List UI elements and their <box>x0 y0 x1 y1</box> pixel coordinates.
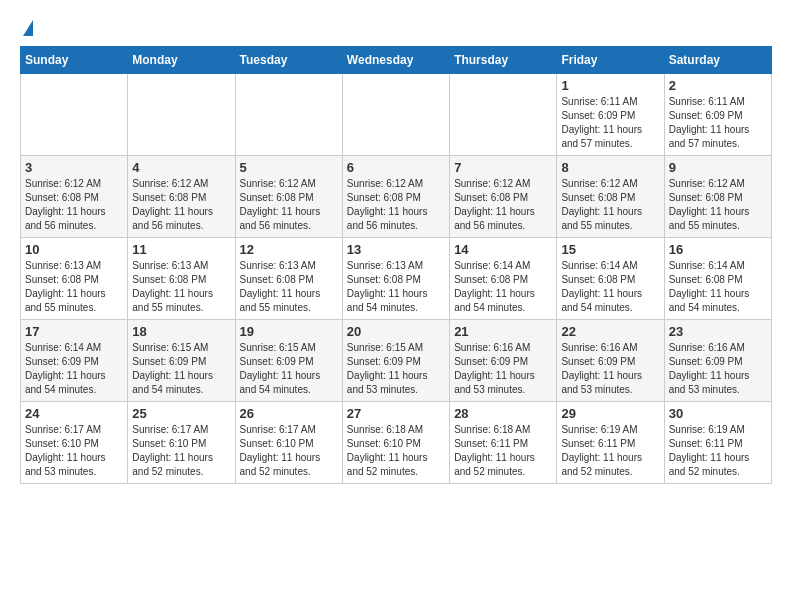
calendar-cell: 15Sunrise: 6:14 AM Sunset: 6:08 PM Dayli… <box>557 238 664 320</box>
day-number: 28 <box>454 406 552 421</box>
calendar-cell: 10Sunrise: 6:13 AM Sunset: 6:08 PM Dayli… <box>21 238 128 320</box>
calendar-cell: 11Sunrise: 6:13 AM Sunset: 6:08 PM Dayli… <box>128 238 235 320</box>
day-info: Sunrise: 6:12 AM Sunset: 6:08 PM Dayligh… <box>454 177 552 233</box>
logo <box>20 20 33 36</box>
day-number: 13 <box>347 242 445 257</box>
day-info: Sunrise: 6:12 AM Sunset: 6:08 PM Dayligh… <box>669 177 767 233</box>
day-number: 18 <box>132 324 230 339</box>
calendar-cell: 30Sunrise: 6:19 AM Sunset: 6:11 PM Dayli… <box>664 402 771 484</box>
day-number: 19 <box>240 324 338 339</box>
day-info: Sunrise: 6:11 AM Sunset: 6:09 PM Dayligh… <box>669 95 767 151</box>
calendar-cell: 9Sunrise: 6:12 AM Sunset: 6:08 PM Daylig… <box>664 156 771 238</box>
day-number: 16 <box>669 242 767 257</box>
calendar-cell: 5Sunrise: 6:12 AM Sunset: 6:08 PM Daylig… <box>235 156 342 238</box>
logo-line1 <box>20 20 33 36</box>
day-info: Sunrise: 6:19 AM Sunset: 6:11 PM Dayligh… <box>669 423 767 479</box>
day-info: Sunrise: 6:14 AM Sunset: 6:09 PM Dayligh… <box>25 341 123 397</box>
calendar-week-row: 3Sunrise: 6:12 AM Sunset: 6:08 PM Daylig… <box>21 156 772 238</box>
weekday-header-thursday: Thursday <box>450 47 557 74</box>
day-number: 6 <box>347 160 445 175</box>
calendar-cell: 2Sunrise: 6:11 AM Sunset: 6:09 PM Daylig… <box>664 74 771 156</box>
weekday-header-monday: Monday <box>128 47 235 74</box>
day-info: Sunrise: 6:11 AM Sunset: 6:09 PM Dayligh… <box>561 95 659 151</box>
calendar-week-row: 24Sunrise: 6:17 AM Sunset: 6:10 PM Dayli… <box>21 402 772 484</box>
calendar-week-row: 10Sunrise: 6:13 AM Sunset: 6:08 PM Dayli… <box>21 238 772 320</box>
weekday-header-saturday: Saturday <box>664 47 771 74</box>
day-number: 27 <box>347 406 445 421</box>
calendar-cell: 28Sunrise: 6:18 AM Sunset: 6:11 PM Dayli… <box>450 402 557 484</box>
day-number: 15 <box>561 242 659 257</box>
calendar-cell: 29Sunrise: 6:19 AM Sunset: 6:11 PM Dayli… <box>557 402 664 484</box>
day-number: 17 <box>25 324 123 339</box>
calendar-cell: 24Sunrise: 6:17 AM Sunset: 6:10 PM Dayli… <box>21 402 128 484</box>
calendar-cell: 4Sunrise: 6:12 AM Sunset: 6:08 PM Daylig… <box>128 156 235 238</box>
day-number: 1 <box>561 78 659 93</box>
day-number: 7 <box>454 160 552 175</box>
calendar-cell: 22Sunrise: 6:16 AM Sunset: 6:09 PM Dayli… <box>557 320 664 402</box>
day-info: Sunrise: 6:16 AM Sunset: 6:09 PM Dayligh… <box>561 341 659 397</box>
day-info: Sunrise: 6:15 AM Sunset: 6:09 PM Dayligh… <box>240 341 338 397</box>
calendar-cell: 8Sunrise: 6:12 AM Sunset: 6:08 PM Daylig… <box>557 156 664 238</box>
calendar-cell <box>342 74 449 156</box>
day-number: 4 <box>132 160 230 175</box>
day-info: Sunrise: 6:16 AM Sunset: 6:09 PM Dayligh… <box>454 341 552 397</box>
calendar-cell: 17Sunrise: 6:14 AM Sunset: 6:09 PM Dayli… <box>21 320 128 402</box>
day-info: Sunrise: 6:12 AM Sunset: 6:08 PM Dayligh… <box>132 177 230 233</box>
day-info: Sunrise: 6:17 AM Sunset: 6:10 PM Dayligh… <box>132 423 230 479</box>
calendar-cell: 20Sunrise: 6:15 AM Sunset: 6:09 PM Dayli… <box>342 320 449 402</box>
day-number: 10 <box>25 242 123 257</box>
calendar-cell: 13Sunrise: 6:13 AM Sunset: 6:08 PM Dayli… <box>342 238 449 320</box>
day-number: 3 <box>25 160 123 175</box>
day-number: 20 <box>347 324 445 339</box>
header <box>20 20 772 36</box>
day-info: Sunrise: 6:13 AM Sunset: 6:08 PM Dayligh… <box>240 259 338 315</box>
day-number: 24 <box>25 406 123 421</box>
day-info: Sunrise: 6:14 AM Sunset: 6:08 PM Dayligh… <box>454 259 552 315</box>
calendar-cell: 25Sunrise: 6:17 AM Sunset: 6:10 PM Dayli… <box>128 402 235 484</box>
day-info: Sunrise: 6:12 AM Sunset: 6:08 PM Dayligh… <box>561 177 659 233</box>
day-info: Sunrise: 6:17 AM Sunset: 6:10 PM Dayligh… <box>240 423 338 479</box>
weekday-header-friday: Friday <box>557 47 664 74</box>
calendar-cell: 21Sunrise: 6:16 AM Sunset: 6:09 PM Dayli… <box>450 320 557 402</box>
day-info: Sunrise: 6:14 AM Sunset: 6:08 PM Dayligh… <box>669 259 767 315</box>
calendar-cell: 1Sunrise: 6:11 AM Sunset: 6:09 PM Daylig… <box>557 74 664 156</box>
weekday-header-wednesday: Wednesday <box>342 47 449 74</box>
calendar-cell <box>235 74 342 156</box>
calendar-cell: 19Sunrise: 6:15 AM Sunset: 6:09 PM Dayli… <box>235 320 342 402</box>
calendar-cell: 18Sunrise: 6:15 AM Sunset: 6:09 PM Dayli… <box>128 320 235 402</box>
day-number: 8 <box>561 160 659 175</box>
day-number: 14 <box>454 242 552 257</box>
calendar-cell: 16Sunrise: 6:14 AM Sunset: 6:08 PM Dayli… <box>664 238 771 320</box>
day-info: Sunrise: 6:13 AM Sunset: 6:08 PM Dayligh… <box>347 259 445 315</box>
weekday-header-row: SundayMondayTuesdayWednesdayThursdayFrid… <box>21 47 772 74</box>
day-info: Sunrise: 6:13 AM Sunset: 6:08 PM Dayligh… <box>132 259 230 315</box>
weekday-header-tuesday: Tuesday <box>235 47 342 74</box>
day-number: 12 <box>240 242 338 257</box>
day-info: Sunrise: 6:19 AM Sunset: 6:11 PM Dayligh… <box>561 423 659 479</box>
day-info: Sunrise: 6:13 AM Sunset: 6:08 PM Dayligh… <box>25 259 123 315</box>
day-number: 2 <box>669 78 767 93</box>
calendar-cell: 26Sunrise: 6:17 AM Sunset: 6:10 PM Dayli… <box>235 402 342 484</box>
day-info: Sunrise: 6:12 AM Sunset: 6:08 PM Dayligh… <box>347 177 445 233</box>
day-number: 30 <box>669 406 767 421</box>
day-number: 29 <box>561 406 659 421</box>
logo-triangle-icon <box>23 20 33 36</box>
calendar-week-row: 17Sunrise: 6:14 AM Sunset: 6:09 PM Dayli… <box>21 320 772 402</box>
calendar-cell <box>450 74 557 156</box>
day-info: Sunrise: 6:17 AM Sunset: 6:10 PM Dayligh… <box>25 423 123 479</box>
weekday-header-sunday: Sunday <box>21 47 128 74</box>
day-info: Sunrise: 6:12 AM Sunset: 6:08 PM Dayligh… <box>25 177 123 233</box>
calendar-table: SundayMondayTuesdayWednesdayThursdayFrid… <box>20 46 772 484</box>
day-info: Sunrise: 6:12 AM Sunset: 6:08 PM Dayligh… <box>240 177 338 233</box>
calendar-cell: 12Sunrise: 6:13 AM Sunset: 6:08 PM Dayli… <box>235 238 342 320</box>
calendar-cell: 7Sunrise: 6:12 AM Sunset: 6:08 PM Daylig… <box>450 156 557 238</box>
day-number: 11 <box>132 242 230 257</box>
calendar-cell <box>21 74 128 156</box>
calendar-cell: 6Sunrise: 6:12 AM Sunset: 6:08 PM Daylig… <box>342 156 449 238</box>
day-number: 25 <box>132 406 230 421</box>
calendar-cell: 23Sunrise: 6:16 AM Sunset: 6:09 PM Dayli… <box>664 320 771 402</box>
day-number: 26 <box>240 406 338 421</box>
calendar-cell: 27Sunrise: 6:18 AM Sunset: 6:10 PM Dayli… <box>342 402 449 484</box>
day-info: Sunrise: 6:14 AM Sunset: 6:08 PM Dayligh… <box>561 259 659 315</box>
day-number: 9 <box>669 160 767 175</box>
